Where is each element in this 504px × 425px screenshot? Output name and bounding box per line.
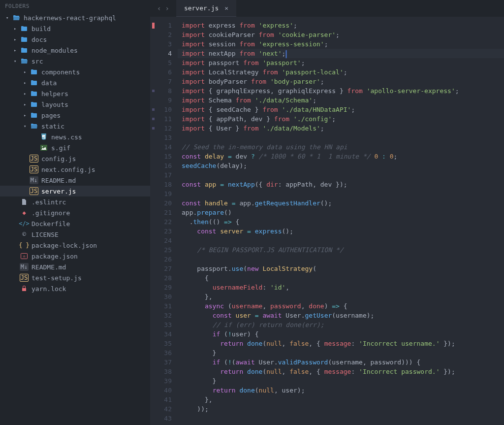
- gutter-marker[interactable]: [150, 114, 156, 124]
- code-line[interactable]: /* BEGIN PASSPORT.JS AUTHENTICATION */: [178, 245, 504, 255]
- code-line[interactable]: [178, 255, 504, 264]
- tree-item-static[interactable]: ▾static: [0, 121, 150, 131]
- folder-icon: [30, 90, 38, 98]
- close-icon[interactable]: ×: [224, 4, 228, 12]
- tree-item-label: helpers: [41, 90, 68, 98]
- license-icon: ©: [20, 230, 29, 238]
- code-line[interactable]: const delay = dev ? /* 1000 * 60 * 1 1 m…: [178, 152, 504, 161]
- code-line[interactable]: return done(null, user);: [178, 386, 504, 395]
- code-line[interactable]: import cookieParser from 'cookie-parser'…: [178, 30, 504, 39]
- tree-item-label: static: [41, 123, 64, 130]
- tree-item--gitignore[interactable]: ◆.gitignore: [0, 207, 150, 218]
- tree-item-layouts[interactable]: ▸layouts: [0, 99, 150, 110]
- code-line[interactable]: import LocalStrategy from 'passport-loca…: [178, 67, 504, 77]
- tree-item-server-js[interactable]: JSserver.js: [0, 186, 150, 196]
- code-line[interactable]: return done(null, false, { message: 'Inc…: [178, 339, 504, 348]
- tab-label: server.js: [184, 4, 219, 12]
- tree-item-label: test-setup.js: [32, 274, 82, 282]
- code-line[interactable]: }: [178, 348, 504, 358]
- code-line[interactable]: import bodyParser from 'body-parser';: [178, 77, 504, 86]
- code-line[interactable]: },: [178, 395, 504, 404]
- code-line[interactable]: // if (err) return done(err);: [178, 320, 504, 329]
- tree-item-node-modules[interactable]: ▸node_modules: [0, 45, 150, 56]
- code-line[interactable]: const server = express();: [178, 227, 504, 236]
- tree-item-hackernews-react-graphql[interactable]: ▾hackernews-react-graphql: [0, 12, 150, 23]
- code-area[interactable]: 1234567891011121314151617181920212223242…: [150, 17, 504, 425]
- code-line[interactable]: [178, 189, 504, 198]
- tree-item-package-lock-json[interactable]: { }package-lock.json: [0, 240, 150, 251]
- tree-item-docs[interactable]: ▸docs: [0, 34, 150, 45]
- folder-icon: [30, 111, 38, 119]
- tab-server-js[interactable]: server.js ×: [176, 0, 236, 17]
- tree-item--eslintrc[interactable]: .eslintrc: [0, 196, 150, 207]
- nav-back-icon[interactable]: ‹: [157, 4, 161, 12]
- code-line[interactable]: import { seedCache } from './data/HNData…: [178, 105, 504, 114]
- code-line[interactable]: seedCache(delay);: [178, 161, 504, 170]
- code-line[interactable]: // Seed the in-memory data using the HN …: [178, 142, 504, 152]
- tree-item-label: Dockerfile: [32, 220, 70, 228]
- tree-item-pages[interactable]: ▸pages: [0, 110, 150, 121]
- code-line[interactable]: import { graphqlExpress, graphiqlExpress…: [178, 86, 504, 96]
- file-icon: [20, 198, 29, 206]
- code-line[interactable]: import express from 'express';: [178, 21, 504, 30]
- image-icon: [39, 144, 48, 152]
- js-icon: JS: [30, 155, 38, 163]
- tree-item-s-gif[interactable]: s.gif: [0, 142, 150, 153]
- code-line[interactable]: import { appPath, dev } from './config';: [178, 114, 504, 124]
- code-line[interactable]: return done(null, false, { message: 'Inc…: [178, 367, 504, 376]
- tree-item-readme-md[interactable]: M↓README.md: [0, 262, 150, 272]
- code-line[interactable]: [178, 414, 504, 423]
- gutter-marker[interactable]: [150, 124, 156, 133]
- tree-item-src[interactable]: ▾src: [0, 56, 150, 66]
- code-line[interactable]: import Schema from './data/Schema';: [178, 96, 504, 105]
- folder-open-icon: [12, 14, 21, 22]
- chevron-down-icon: ▾: [24, 124, 30, 129]
- code-line[interactable]: passport.use(new LocalStrategy(: [178, 264, 504, 273]
- code-line[interactable]: import nextApp from 'next';: [178, 49, 504, 58]
- folder-open-icon: [20, 57, 29, 65]
- tree-item-news-css[interactable]: news.css: [0, 131, 150, 142]
- code-line[interactable]: .then(() => {: [178, 217, 504, 227]
- code-line[interactable]: usernameField: 'id',: [178, 283, 504, 292]
- gutter-marker[interactable]: [150, 86, 156, 96]
- tree-item-helpers[interactable]: ▸helpers: [0, 88, 150, 99]
- code-line[interactable]: async (username, password, done) => {: [178, 301, 504, 311]
- code-line[interactable]: import session from 'express-session';: [178, 39, 504, 49]
- code-line[interactable]: [178, 133, 504, 142]
- tree-item-next-config-js[interactable]: JSnext.config.js: [0, 164, 150, 175]
- tree-item-config-js[interactable]: JSconfig.js: [0, 153, 150, 164]
- tree-item-test-setup-js[interactable]: JStest-setup.js: [0, 272, 150, 283]
- gutter-marker[interactable]: [150, 105, 156, 114]
- tree-item-build[interactable]: ▸build: [0, 23, 150, 34]
- code-line[interactable]: import passport from 'passport';: [178, 58, 504, 67]
- code-line[interactable]: {: [178, 273, 504, 283]
- tree-item-components[interactable]: ▸components: [0, 66, 150, 77]
- code-line[interactable]: app.prepare(): [178, 208, 504, 217]
- svg-text:n: n: [23, 255, 25, 259]
- tree-item-label: server.js: [41, 188, 76, 195]
- code-content[interactable]: import express from 'express';import coo…: [178, 17, 504, 425]
- code-line[interactable]: const handle = app.getRequestHandler();: [178, 198, 504, 208]
- folder-icon: [20, 46, 29, 54]
- code-line[interactable]: }: [178, 376, 504, 386]
- nav-forward-icon[interactable]: ›: [165, 4, 169, 12]
- code-line[interactable]: },: [178, 292, 504, 301]
- tree-item-label: s.gif: [51, 144, 70, 152]
- tree-item-dockerfile[interactable]: </>Dockerfile: [0, 218, 150, 229]
- tree-item-data[interactable]: ▸data: [0, 77, 150, 88]
- tree-item-readme-md[interactable]: M↓README.md: [0, 175, 150, 186]
- chevron-right-icon: ▸: [14, 26, 20, 31]
- tree-item-yarn-lock[interactable]: yarn.lock: [0, 283, 150, 294]
- code-line[interactable]: if (!(await User.validPassword(username,…: [178, 358, 504, 367]
- code-line[interactable]: if (!user) {: [178, 329, 504, 339]
- tree-item-package-json[interactable]: npackage.json: [0, 251, 150, 262]
- chevron-right-icon: ▸: [24, 113, 30, 118]
- gutter-marker[interactable]: [150, 21, 156, 30]
- code-line[interactable]: const app = nextApp({ dir: appPath, dev …: [178, 180, 504, 189]
- code-line[interactable]: [178, 170, 504, 180]
- tree-item-license[interactable]: ©LICENSE: [0, 229, 150, 240]
- code-line[interactable]: ));: [178, 404, 504, 414]
- code-line[interactable]: import { User } from './data/Models';: [178, 124, 504, 133]
- code-line[interactable]: [178, 236, 504, 245]
- code-line[interactable]: const user = await User.getUser(username…: [178, 311, 504, 320]
